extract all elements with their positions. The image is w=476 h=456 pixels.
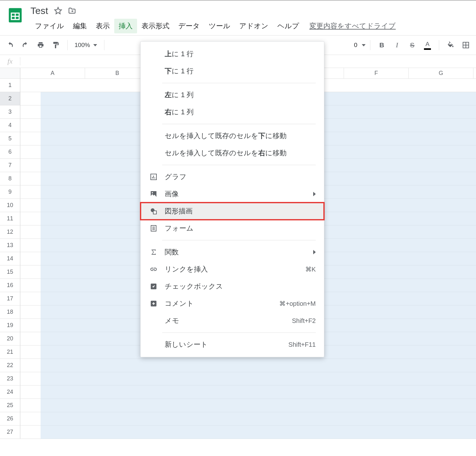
checkbox-icon (149, 282, 158, 291)
text-color-button[interactable]: A (420, 39, 434, 51)
form-icon (149, 224, 158, 232)
zoom-value: 100% (75, 42, 90, 49)
menu-item-セルを挿入して既存のセル[interactable]: セルを挿入して既存のセルを右に移動 (141, 144, 324, 162)
chevron-down-icon (93, 44, 97, 46)
menu-item-上に1行[interactable]: 上に 1 行 (141, 45, 324, 63)
row-header[interactable]: 21 (0, 345, 20, 359)
menu-item-左に1列[interactable]: 左に 1 列 (141, 86, 324, 104)
svg-rect-15 (153, 211, 156, 214)
row-header[interactable]: 2 (0, 92, 20, 105)
menu-file[interactable]: ファイル (30, 19, 69, 33)
row-header[interactable]: 17 (0, 292, 20, 305)
menu-item-下に1行[interactable]: 下に 1 行 (141, 63, 324, 80)
menu-data[interactable]: データ (174, 19, 204, 33)
row-header[interactable]: 3 (0, 105, 20, 119)
paint-format-button[interactable] (49, 39, 63, 51)
row-header[interactable]: 8 (0, 172, 20, 185)
star-icon[interactable] (54, 7, 62, 15)
menu-item-チェックボックス[interactable]: チェックボックス (141, 278, 324, 295)
row-header[interactable]: 11 (0, 212, 20, 225)
row-header[interactable]: 23 (0, 372, 20, 386)
select-all-corner[interactable] (0, 68, 20, 78)
menu-item-label: 下に 1 行 (165, 66, 316, 76)
menu-item-コメント[interactable]: コメント⌘+option+M (141, 295, 324, 312)
menu-edit[interactable]: 編集 (69, 19, 91, 33)
menu-item-label: セルを挿入して既存のセルを下に移動 (165, 131, 316, 141)
menu-item-label: 上に 1 行 (165, 49, 316, 59)
menu-item-shortcut: ⌘K (305, 265, 316, 273)
row-header[interactable]: 9 (0, 185, 20, 199)
menu-item-メモ[interactable]: メモShift+F2 (141, 312, 324, 329)
svg-point-13 (152, 192, 153, 193)
menu-help[interactable]: ヘルプ (273, 19, 304, 33)
menu-separator (162, 165, 316, 165)
row-header[interactable]: 7 (0, 159, 20, 172)
link-icon (149, 265, 158, 273)
chevron-down-icon[interactable] (362, 44, 366, 46)
fx-icon[interactable]: fx (0, 57, 20, 65)
chart-icon (149, 173, 158, 181)
menu-item-新しいシート[interactable]: 新しいシートShift+F11 (141, 336, 324, 353)
menu-item-label: リンクを挿入 (165, 265, 305, 274)
document-title[interactable]: Test (30, 5, 48, 16)
row-header[interactable]: 4 (0, 119, 20, 132)
menu-item-関数[interactable]: 関数 (141, 244, 324, 261)
row-header[interactable]: 5 (0, 132, 20, 145)
menu-item-右に1列[interactable]: 右に 1 列 (141, 104, 324, 121)
row-header[interactable]: 24 (0, 386, 20, 399)
bold-button[interactable]: B (375, 39, 389, 51)
col-header-f[interactable]: F (344, 68, 409, 78)
row-header[interactable]: 25 (0, 399, 20, 412)
row-header[interactable]: 14 (0, 252, 20, 265)
row-header[interactable]: 16 (0, 279, 20, 292)
menu-item-セルを挿入して既存のセル[interactable]: セルを挿入して既存のセルを下に移動 (141, 127, 324, 144)
row-header[interactable]: 13 (0, 239, 20, 252)
menu-tools[interactable]: ツール (204, 19, 235, 33)
menu-item-label: 左に 1 列 (165, 90, 316, 100)
menu-item-label: フォーム (165, 224, 316, 233)
row-header[interactable]: 1 (0, 79, 20, 92)
move-folder-icon[interactable] (68, 7, 76, 15)
row-header[interactable]: 26 (0, 412, 20, 426)
menu-insert[interactable]: 挿入 (114, 19, 137, 33)
row-header[interactable]: 22 (0, 359, 20, 372)
menu-separator (162, 332, 316, 333)
font-size-value[interactable]: 0 (351, 42, 360, 49)
menu-separator (162, 83, 316, 83)
col-header-a[interactable]: A (20, 68, 85, 78)
row-header[interactable]: 18 (0, 305, 20, 319)
menu-view[interactable]: 表示 (91, 19, 114, 33)
shapes-icon (149, 207, 158, 215)
row-header[interactable]: 12 (0, 225, 20, 239)
row-header[interactable]: 10 (0, 199, 20, 212)
borders-button[interactable] (459, 39, 473, 51)
zoom-dropdown[interactable]: 100% (72, 42, 100, 49)
strikethrough-button[interactable]: S (405, 39, 419, 51)
menu-format[interactable]: 表示形式 (137, 19, 174, 33)
menu-item-画像[interactable]: 画像 (141, 185, 324, 203)
col-header-g[interactable]: G (409, 68, 473, 78)
row-header[interactable]: 20 (0, 332, 20, 345)
print-button[interactable] (34, 39, 48, 51)
text-color-swatch (424, 48, 431, 50)
menu-item-図形描画[interactable]: 図形描画 (141, 203, 324, 220)
undo-button[interactable] (3, 39, 17, 51)
redo-button[interactable] (18, 39, 32, 51)
menu-item-フォーム[interactable]: フォーム (141, 220, 324, 237)
sheets-logo[interactable] (6, 3, 24, 27)
svg-marker-4 (55, 7, 62, 14)
changes-saved-link[interactable]: 変更内容をすべてドライブ (309, 19, 396, 33)
row-header[interactable]: 19 (0, 319, 20, 332)
insert-menu-dropdown: 上に 1 行下に 1 行左に 1 列右に 1 列セルを挿入して既存のセルを下に移… (140, 41, 324, 357)
italic-button[interactable]: I (390, 39, 404, 51)
menu-item-shortcut: Shift+F11 (288, 341, 316, 348)
image-icon (149, 190, 158, 198)
row-header[interactable]: 27 (0, 426, 20, 439)
row-header[interactable]: 15 (0, 265, 20, 279)
menu-item-label: 画像 (165, 189, 313, 199)
menu-addons[interactable]: アドオン (235, 19, 273, 33)
row-header[interactable]: 6 (0, 145, 20, 159)
menu-item-リンクを挿入[interactable]: リンクを挿入⌘K (141, 261, 324, 278)
fill-color-button[interactable] (444, 39, 458, 51)
menu-item-グラフ[interactable]: グラフ (141, 168, 324, 185)
